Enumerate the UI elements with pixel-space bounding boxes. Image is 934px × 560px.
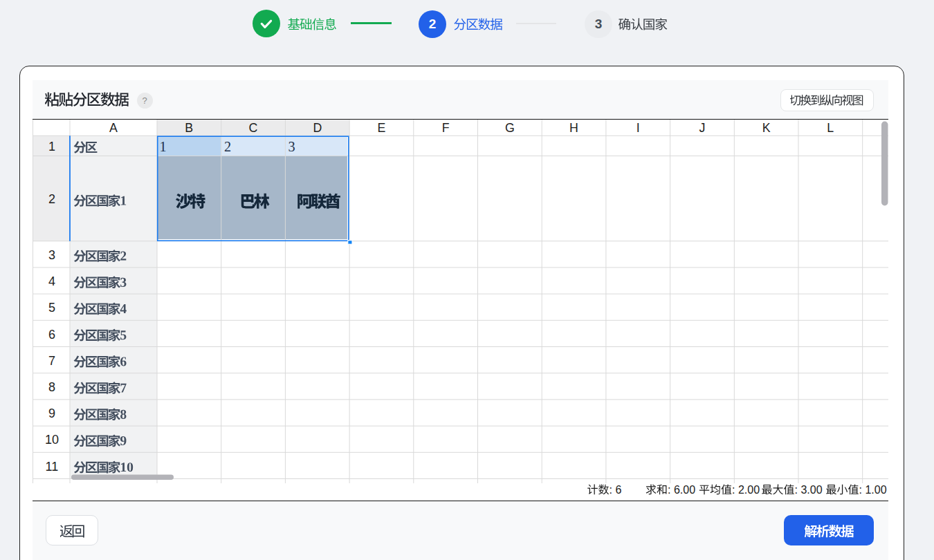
svg-text:11: 11 (46, 460, 59, 474)
svg-text:D: D (313, 121, 322, 135)
svg-text:10: 10 (45, 433, 59, 447)
svg-text:9: 9 (48, 407, 55, 420)
svg-text:6: 6 (48, 328, 55, 342)
svg-text:J: J (699, 121, 706, 135)
svg-text:K: K (762, 121, 771, 135)
svg-text:3: 3 (48, 248, 55, 262)
svg-text:2: 2 (48, 192, 55, 206)
svg-text:7: 7 (48, 354, 55, 368)
svg-text:1: 1 (48, 140, 55, 153)
svg-text:5: 5 (48, 301, 55, 315)
svg-text:: 6: : 6 (610, 484, 622, 496)
svg-text:: 3.00: : 3.00 (795, 484, 823, 496)
svg-text:H: H (569, 121, 578, 135)
svg-text:4: 4 (48, 274, 55, 288)
svg-text:3: 3 (289, 139, 295, 154)
svg-text:A: A (109, 121, 118, 135)
svg-text:F: F (442, 121, 450, 135)
svg-text:C: C (249, 121, 258, 135)
svg-text:E: E (377, 121, 385, 135)
svg-text:L: L (827, 121, 834, 135)
svg-text:B: B (185, 121, 193, 135)
svg-text:I: I (637, 121, 640, 135)
svg-text:: 2.00: : 2.00 (732, 484, 760, 496)
svg-text:2: 2 (224, 139, 231, 154)
svg-text:8: 8 (48, 380, 55, 394)
svg-text:G: G (505, 121, 515, 135)
svg-text:: 1.00: : 1.00 (859, 484, 887, 496)
svg-text:: 6.00: : 6.00 (668, 484, 695, 496)
svg-text:1: 1 (159, 139, 166, 154)
